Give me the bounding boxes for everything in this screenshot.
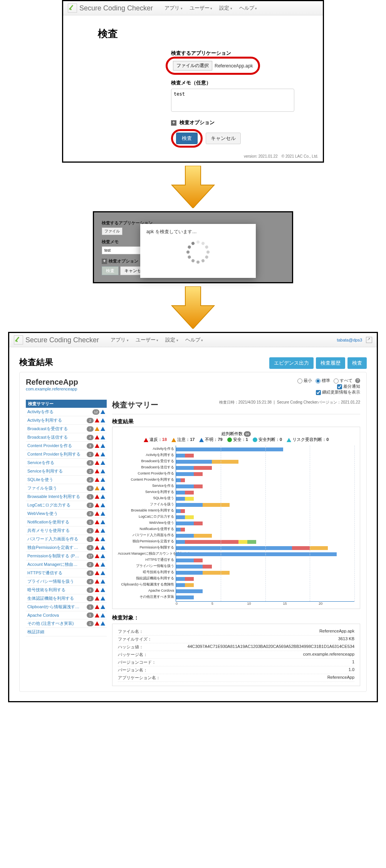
sidebar-item[interactable]: SQLiteを使う2 xyxy=(26,476,107,484)
red-triangle-icon xyxy=(95,452,99,456)
sidebar-item[interactable]: Serviceを作る3 xyxy=(26,459,107,467)
chk-diff[interactable]: 差分通知 xyxy=(337,384,360,389)
selected-file: ReferenceApp.apk xyxy=(215,63,253,69)
blue-triangle-icon xyxy=(101,486,105,490)
sidebar-item[interactable]: Clipboardから情報漏洩する危険性1 xyxy=(26,603,107,611)
sidebar-item[interactable]: Broadcastを送信する4 xyxy=(26,433,107,442)
sidebar-detail-link[interactable]: 検証詳細 xyxy=(26,628,107,636)
sidebar-item[interactable]: Notificationを使用する1 xyxy=(26,518,107,527)
sidebar-item[interactable]: Content Providerを作る3 xyxy=(26,442,107,450)
sidebar-item[interactable]: 共有メモリを使用する1 xyxy=(26,527,107,535)
sidebar-item[interactable]: Activityを作る12 xyxy=(26,408,107,416)
highlight-file: ファイルの選択 ReferenceApp.apk xyxy=(166,57,260,75)
label-target-app: 検査するアプリケーション xyxy=(171,50,294,57)
chk-update[interactable]: 継続更新情報を表示 xyxy=(316,390,360,394)
legend-item: 不明：79 xyxy=(199,437,222,442)
expand-icon[interactable]: + xyxy=(171,120,176,126)
sidebar-item[interactable]: 独自Permissionを定義する (Permissionと Protectio… xyxy=(26,543,107,552)
view-options: 最小 標準 すべて ? 差分通知 継続更新情報を表示 xyxy=(295,378,360,395)
blue-triangle-icon xyxy=(101,554,105,558)
sidebar-item[interactable]: LogCatにログ出力する2 xyxy=(26,501,107,510)
legend-item: 安全：1 xyxy=(227,437,248,442)
evidence-button[interactable]: エビデンス出力 xyxy=(269,357,314,369)
sidebar-item[interactable]: WebViewを使う3 xyxy=(26,510,107,518)
sidebar-item[interactable]: プライバシー情報を扱う4 xyxy=(26,577,107,586)
blue-triangle-icon xyxy=(101,503,105,507)
brand: Secure Coding Checker xyxy=(25,336,99,344)
blue-triangle-icon xyxy=(101,410,105,414)
blue-triangle-icon xyxy=(101,579,105,584)
red-triangle-icon xyxy=(95,621,99,626)
cancel-button[interactable]: キャンセル xyxy=(206,133,241,144)
sidebar-item[interactable]: Browsable Intentを利用する1 xyxy=(26,493,107,501)
red-triangle-icon xyxy=(95,579,99,584)
red-triangle-icon xyxy=(95,495,99,499)
nav-help[interactable]: ヘルプ xyxy=(185,336,203,343)
blue-triangle-icon xyxy=(101,537,105,541)
file-select-button[interactable]: ファイルの選択 xyxy=(173,61,212,71)
radio-std[interactable]: 標準 xyxy=(316,378,330,383)
sidebar-item[interactable]: Serviceを利用する2 xyxy=(26,467,107,476)
popout-icon[interactable] xyxy=(366,337,372,343)
red-triangle-icon xyxy=(95,613,99,617)
blue-triangle-icon xyxy=(101,571,105,575)
history-button[interactable]: 検査履歴 xyxy=(316,357,345,369)
sidebar-item[interactable]: その他 (注意すべき実装)1 xyxy=(26,619,107,628)
brand: Secure Coding Checker xyxy=(79,4,153,12)
submit-button[interactable]: 検査 xyxy=(176,133,198,144)
blue-triangle-icon xyxy=(101,469,105,473)
red-triangle-icon xyxy=(95,528,99,533)
logo-icon xyxy=(68,3,77,13)
blue-triangle-icon xyxy=(101,562,105,567)
orange-triangle-icon xyxy=(95,486,99,490)
summary-meta: 検査日時：2021/4/20 15:21:38 | Secure Coding … xyxy=(219,400,360,405)
sidebar-item[interactable]: Apache Cordova1 xyxy=(26,611,107,619)
panel-results: Secure Coding Checker アプリ ユーザー 設定 ヘルプ ta… xyxy=(8,332,378,702)
footer: version: 2021.01.22 © 2021 LAC Co., Ltd. xyxy=(63,151,323,161)
sidebar-item[interactable]: 生体認証機能を利用する2 xyxy=(26,594,107,603)
red-triangle-icon xyxy=(95,562,99,567)
blue-triangle-icon xyxy=(101,613,105,617)
nav-user[interactable]: ユーザー xyxy=(136,336,159,343)
navbar-results: Secure Coding Checker アプリ ユーザー 設定 ヘルプ ta… xyxy=(9,333,377,347)
nav-help[interactable]: ヘルプ xyxy=(239,5,257,12)
target-row: アプリケーション名：ReferenceApp xyxy=(118,674,354,682)
nav-user[interactable]: ユーザー xyxy=(190,5,213,12)
orange-triangle-icon xyxy=(95,427,99,431)
legend-item: 違反：18 xyxy=(144,437,167,442)
user-link[interactable]: tabata@dps3 xyxy=(337,338,362,342)
package-name[interactable]: com.example.referenceapp xyxy=(26,387,78,391)
help-icon[interactable]: ? xyxy=(355,378,360,383)
nav-settings[interactable]: 設定 xyxy=(219,5,232,12)
nav-app[interactable]: アプリ xyxy=(111,336,129,343)
target-heading: 検査対象： xyxy=(112,614,360,621)
red-triangle-icon xyxy=(95,588,99,592)
target-row: バージョン名：1.0 xyxy=(118,666,354,674)
red-triangle-icon xyxy=(95,571,99,575)
sidebar-item[interactable]: Permissionを制限する (Permissionと Protection … xyxy=(26,552,107,560)
sidebar-item[interactable]: パスワード入力画面を作る1 xyxy=(26,535,107,543)
red-triangle-icon xyxy=(95,596,99,601)
sidebar-item[interactable]: Account Managerに独自アカウントを追加する2 xyxy=(26,560,107,569)
blue-triangle-icon xyxy=(101,528,105,533)
bg-label-opts: 検査オプション xyxy=(109,259,138,263)
memo-textarea[interactable]: test xyxy=(171,89,294,112)
radio-min[interactable]: 最小 xyxy=(297,378,312,383)
label-options: 検査オプション xyxy=(180,119,215,125)
sidebar-item[interactable]: Content Providerを利用する1 xyxy=(26,450,107,459)
inspect-button[interactable]: 検査 xyxy=(347,357,367,369)
sidebar-item[interactable]: ファイルを扱う6 xyxy=(26,484,107,493)
red-triangle-icon xyxy=(95,605,99,609)
legend-item: 安全判断：0 xyxy=(253,437,282,442)
sidebar-item[interactable]: HTTPSで通信する3 xyxy=(26,569,107,577)
nav-app[interactable]: アプリ xyxy=(164,5,183,12)
blue-triangle-icon xyxy=(101,461,105,465)
legend-total: 総判断件数 99 xyxy=(222,431,251,436)
sidebar-item[interactable]: 暗号技術を利用する3 xyxy=(26,586,107,594)
radio-all[interactable]: すべて xyxy=(334,378,352,383)
blue-triangle-icon xyxy=(101,588,105,592)
target-row: ファイル名：ReferenceApp.apk xyxy=(118,628,354,636)
sidebar-item[interactable]: Activityを利用する2 xyxy=(26,416,107,425)
sidebar-item[interactable]: Broadcastを受信する7 xyxy=(26,425,107,433)
nav-settings[interactable]: 設定 xyxy=(165,336,178,343)
